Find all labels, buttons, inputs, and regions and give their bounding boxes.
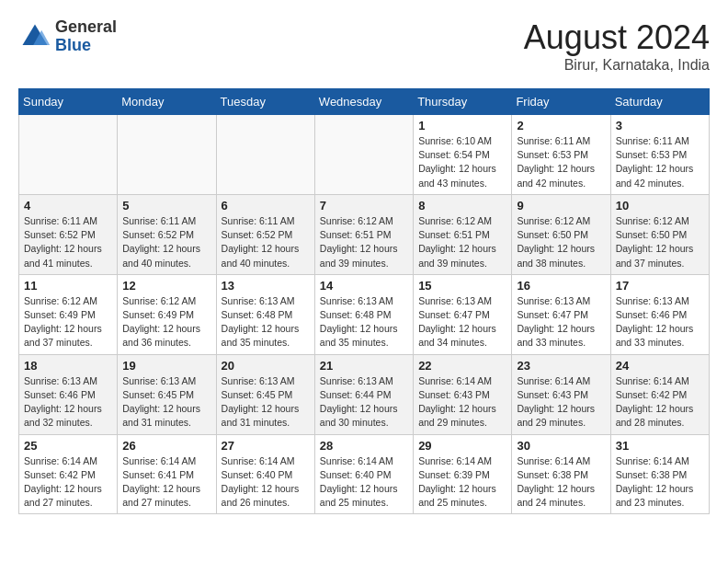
calendar-day-cell bbox=[314, 115, 413, 195]
day-number: 20 bbox=[222, 359, 310, 373]
calendar-day-cell: 1Sunrise: 6:10 AMSunset: 6:54 PMDaylight… bbox=[414, 115, 512, 195]
calendar-day-cell: 19Sunrise: 6:13 AMSunset: 6:45 PMDayligh… bbox=[118, 354, 216, 434]
calendar-day-cell: 6Sunrise: 6:11 AMSunset: 6:52 PMDaylight… bbox=[216, 194, 314, 274]
calendar-header-row: SundayMondayTuesdayWednesdayThursdayFrid… bbox=[19, 89, 710, 115]
day-number: 22 bbox=[418, 359, 506, 373]
calendar-day-cell: 30Sunrise: 6:14 AMSunset: 6:38 PMDayligh… bbox=[512, 434, 610, 514]
day-number: 8 bbox=[418, 199, 506, 213]
day-info: Sunrise: 6:14 AMSunset: 6:39 PMDaylight:… bbox=[418, 454, 506, 511]
day-number: 12 bbox=[122, 279, 210, 293]
day-number: 23 bbox=[517, 359, 605, 373]
day-info: Sunrise: 6:14 AMSunset: 6:42 PMDaylight:… bbox=[24, 454, 112, 511]
calendar-day-cell: 13Sunrise: 6:13 AMSunset: 6:48 PMDayligh… bbox=[216, 274, 314, 354]
logo-text: General Blue bbox=[55, 18, 117, 55]
calendar-day-cell: 15Sunrise: 6:13 AMSunset: 6:47 PMDayligh… bbox=[414, 274, 512, 354]
calendar-day-cell: 12Sunrise: 6:12 AMSunset: 6:49 PMDayligh… bbox=[118, 274, 216, 354]
calendar-day-cell: 17Sunrise: 6:13 AMSunset: 6:46 PMDayligh… bbox=[610, 274, 709, 354]
day-number: 14 bbox=[320, 279, 408, 293]
day-info: Sunrise: 6:10 AMSunset: 6:54 PMDaylight:… bbox=[418, 134, 506, 190]
calendar-day-cell: 23Sunrise: 6:14 AMSunset: 6:43 PMDayligh… bbox=[512, 354, 610, 434]
calendar-day-cell: 26Sunrise: 6:14 AMSunset: 6:41 PMDayligh… bbox=[118, 434, 216, 514]
calendar-day-cell: 3Sunrise: 6:11 AMSunset: 6:53 PMDaylight… bbox=[610, 115, 709, 195]
logo-icon bbox=[18, 20, 51, 53]
calendar-week-row: 11Sunrise: 6:12 AMSunset: 6:49 PMDayligh… bbox=[19, 274, 710, 354]
day-info: Sunrise: 6:12 AMSunset: 6:50 PMDaylight:… bbox=[517, 214, 605, 270]
calendar-day-cell: 31Sunrise: 6:14 AMSunset: 6:38 PMDayligh… bbox=[610, 434, 709, 514]
day-number: 3 bbox=[616, 119, 704, 132]
day-number: 26 bbox=[122, 439, 210, 453]
day-number: 17 bbox=[616, 279, 704, 293]
day-info: Sunrise: 6:12 AMSunset: 6:51 PMDaylight:… bbox=[320, 214, 408, 270]
subtitle: Birur, Karnataka, India bbox=[524, 57, 710, 74]
main-title: August 2024 bbox=[524, 18, 710, 57]
calendar-table: SundayMondayTuesdayWednesdayThursdayFrid… bbox=[18, 88, 710, 514]
day-info: Sunrise: 6:14 AMSunset: 6:40 PMDaylight:… bbox=[320, 454, 408, 511]
title-area: August 2024 Birur, Karnataka, India bbox=[524, 18, 710, 74]
day-number: 27 bbox=[222, 439, 310, 453]
calendar-day-cell: 8Sunrise: 6:12 AMSunset: 6:51 PMDaylight… bbox=[414, 194, 512, 274]
page-header: General Blue August 2024 Birur, Karnatak… bbox=[18, 18, 710, 74]
day-info: Sunrise: 6:11 AMSunset: 6:53 PMDaylight:… bbox=[517, 134, 605, 190]
logo: General Blue bbox=[18, 18, 117, 55]
logo-general: General bbox=[55, 17, 117, 36]
calendar-day-cell bbox=[118, 115, 216, 195]
calendar-day-cell: 7Sunrise: 6:12 AMSunset: 6:51 PMDaylight… bbox=[314, 194, 413, 274]
day-info: Sunrise: 6:14 AMSunset: 6:42 PMDaylight:… bbox=[616, 374, 704, 431]
day-info: Sunrise: 6:11 AMSunset: 6:52 PMDaylight:… bbox=[122, 214, 210, 270]
calendar-day-cell bbox=[19, 115, 118, 195]
calendar-day-cell: 28Sunrise: 6:14 AMSunset: 6:40 PMDayligh… bbox=[314, 434, 413, 514]
day-number: 16 bbox=[517, 279, 605, 293]
day-number: 15 bbox=[418, 279, 506, 293]
day-number: 31 bbox=[616, 439, 704, 453]
day-number: 29 bbox=[418, 439, 506, 453]
calendar-day-cell: 22Sunrise: 6:14 AMSunset: 6:43 PMDayligh… bbox=[414, 354, 512, 434]
day-number: 19 bbox=[122, 359, 210, 373]
calendar-day-cell: 9Sunrise: 6:12 AMSunset: 6:50 PMDaylight… bbox=[512, 194, 610, 274]
day-info: Sunrise: 6:11 AMSunset: 6:52 PMDaylight:… bbox=[222, 214, 310, 270]
day-number: 30 bbox=[517, 439, 605, 453]
day-number: 6 bbox=[222, 199, 310, 213]
day-info: Sunrise: 6:12 AMSunset: 6:49 PMDaylight:… bbox=[24, 294, 112, 350]
day-info: Sunrise: 6:13 AMSunset: 6:44 PMDaylight:… bbox=[320, 374, 408, 431]
calendar-day-cell: 10Sunrise: 6:12 AMSunset: 6:50 PMDayligh… bbox=[610, 194, 709, 274]
day-info: Sunrise: 6:13 AMSunset: 6:45 PMDaylight:… bbox=[122, 374, 210, 431]
calendar-week-row: 18Sunrise: 6:13 AMSunset: 6:46 PMDayligh… bbox=[19, 354, 710, 434]
day-header-friday: Friday bbox=[512, 89, 610, 115]
day-number: 7 bbox=[320, 199, 408, 213]
day-info: Sunrise: 6:13 AMSunset: 6:46 PMDaylight:… bbox=[24, 374, 112, 431]
calendar-day-cell: 2Sunrise: 6:11 AMSunset: 6:53 PMDaylight… bbox=[512, 115, 610, 195]
day-info: Sunrise: 6:13 AMSunset: 6:46 PMDaylight:… bbox=[616, 294, 704, 350]
day-number: 9 bbox=[517, 199, 605, 213]
day-info: Sunrise: 6:14 AMSunset: 6:38 PMDaylight:… bbox=[517, 454, 605, 511]
calendar-day-cell: 11Sunrise: 6:12 AMSunset: 6:49 PMDayligh… bbox=[19, 274, 118, 354]
calendar-day-cell bbox=[216, 115, 314, 195]
day-number: 28 bbox=[320, 439, 408, 453]
calendar-day-cell: 18Sunrise: 6:13 AMSunset: 6:46 PMDayligh… bbox=[19, 354, 118, 434]
day-number: 1 bbox=[418, 119, 506, 132]
day-info: Sunrise: 6:13 AMSunset: 6:45 PMDaylight:… bbox=[222, 374, 310, 431]
day-info: Sunrise: 6:13 AMSunset: 6:48 PMDaylight:… bbox=[222, 294, 310, 350]
day-number: 25 bbox=[24, 439, 112, 453]
day-header-tuesday: Tuesday bbox=[216, 89, 314, 115]
day-number: 2 bbox=[517, 119, 605, 132]
day-info: Sunrise: 6:12 AMSunset: 6:49 PMDaylight:… bbox=[122, 294, 210, 350]
calendar-day-cell: 20Sunrise: 6:13 AMSunset: 6:45 PMDayligh… bbox=[216, 354, 314, 434]
calendar-day-cell: 14Sunrise: 6:13 AMSunset: 6:48 PMDayligh… bbox=[314, 274, 413, 354]
day-info: Sunrise: 6:13 AMSunset: 6:47 PMDaylight:… bbox=[418, 294, 506, 350]
calendar-day-cell: 25Sunrise: 6:14 AMSunset: 6:42 PMDayligh… bbox=[19, 434, 118, 514]
day-info: Sunrise: 6:14 AMSunset: 6:43 PMDaylight:… bbox=[418, 374, 506, 431]
calendar-week-row: 25Sunrise: 6:14 AMSunset: 6:42 PMDayligh… bbox=[19, 434, 710, 514]
day-info: Sunrise: 6:14 AMSunset: 6:38 PMDaylight:… bbox=[616, 454, 704, 511]
day-number: 18 bbox=[24, 359, 112, 373]
calendar-day-cell: 21Sunrise: 6:13 AMSunset: 6:44 PMDayligh… bbox=[314, 354, 413, 434]
calendar-week-row: 1Sunrise: 6:10 AMSunset: 6:54 PMDaylight… bbox=[19, 115, 710, 195]
day-number: 4 bbox=[24, 199, 112, 213]
day-info: Sunrise: 6:12 AMSunset: 6:50 PMDaylight:… bbox=[616, 214, 704, 270]
day-header-monday: Monday bbox=[118, 89, 216, 115]
calendar-day-cell: 24Sunrise: 6:14 AMSunset: 6:42 PMDayligh… bbox=[610, 354, 709, 434]
day-number: 10 bbox=[616, 199, 704, 213]
day-info: Sunrise: 6:14 AMSunset: 6:43 PMDaylight:… bbox=[517, 374, 605, 431]
day-header-thursday: Thursday bbox=[414, 89, 512, 115]
calendar-day-cell: 16Sunrise: 6:13 AMSunset: 6:47 PMDayligh… bbox=[512, 274, 610, 354]
day-info: Sunrise: 6:14 AMSunset: 6:41 PMDaylight:… bbox=[122, 454, 210, 511]
